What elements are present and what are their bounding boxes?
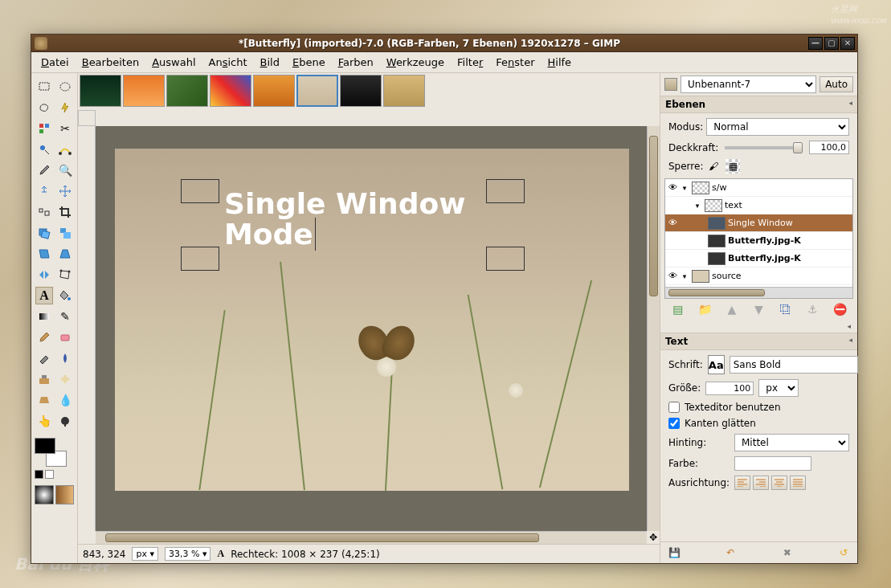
paths-tool[interactable] <box>56 141 74 158</box>
scissors-tool[interactable]: ✂ <box>56 120 74 137</box>
pattern-preview[interactable] <box>55 485 75 504</box>
lasso-tool[interactable] <box>35 99 53 116</box>
image-tab-4[interactable] <box>210 75 251 107</box>
menu-ebene[interactable]: Ebene <box>286 54 332 71</box>
menu-bearbeiten[interactable]: Bearbeiten <box>76 54 145 71</box>
align-left-button[interactable] <box>734 476 750 490</box>
image-selector[interactable]: Unbenannt-7 <box>681 76 816 93</box>
restore-options-icon[interactable]: ↶ <box>723 545 738 560</box>
menu-auswahl[interactable]: Auswahl <box>145 54 202 71</box>
bucket-fill-tool[interactable] <box>56 287 74 304</box>
size-unit-select[interactable]: px <box>758 379 799 397</box>
text-handle-br[interactable] <box>486 247 525 271</box>
ellipse-select-tool[interactable] <box>56 78 74 96</box>
cage-tool[interactable] <box>56 266 74 284</box>
nav-preview-icon[interactable]: ✥ <box>647 531 660 544</box>
zoom-tool[interactable]: 🔍 <box>56 161 74 179</box>
lower-layer-icon[interactable]: ▼ <box>750 302 766 316</box>
text-handle-tl[interactable] <box>181 179 219 203</box>
ink-tool[interactable] <box>56 349 74 367</box>
color-picker-tool[interactable] <box>35 161 53 179</box>
save-options-icon[interactable]: 💾 <box>667 545 681 560</box>
image-menu-icon[interactable] <box>664 78 677 91</box>
image-tab-6[interactable] <box>296 75 338 107</box>
close-button[interactable]: ✕ <box>840 37 855 50</box>
image-tab-1[interactable] <box>80 75 121 107</box>
image-tab-5[interactable] <box>253 75 295 107</box>
menu-werkzeuge[interactable]: Werkzeuge <box>380 54 451 71</box>
visibility-icon[interactable]: 👁 <box>665 271 680 281</box>
foreground-select-tool[interactable] <box>35 141 53 158</box>
opacity-input[interactable] <box>809 141 849 154</box>
heal-tool[interactable] <box>56 370 74 388</box>
image-tab-3[interactable] <box>166 75 208 107</box>
zoom-dropdown[interactable]: 33,3 % ▾ <box>165 547 210 561</box>
menu-ansicht[interactable]: Ansicht <box>202 54 254 71</box>
flip-tool[interactable] <box>35 266 53 284</box>
antialias-checkbox[interactable] <box>668 418 680 429</box>
crop-tool[interactable] <box>56 203 74 221</box>
use-editor-checkbox[interactable] <box>668 402 680 413</box>
smudge-tool[interactable]: 👆 <box>35 412 53 430</box>
visibility-icon[interactable]: 👁 <box>665 182 680 193</box>
blur-tool[interactable]: 💧 <box>56 391 74 409</box>
canvas-viewport[interactable]: Single WindowMode <box>96 126 647 531</box>
rotate-tool[interactable] <box>35 224 53 242</box>
image-tab-7[interactable] <box>340 75 382 107</box>
align-justify-button[interactable] <box>790 476 806 490</box>
move-tool[interactable] <box>56 182 74 200</box>
menu-fenster[interactable]: Fenster <box>489 54 541 71</box>
font-name-input[interactable] <box>730 356 858 374</box>
menu-hilfe[interactable]: Hilfe <box>542 54 578 71</box>
align-right-button[interactable] <box>753 476 769 490</box>
visibility-icon[interactable]: 👁 <box>665 218 680 228</box>
layers-panel-collapse-icon[interactable]: ◂ <box>847 322 851 330</box>
menu-datei[interactable]: Datei <box>35 54 76 71</box>
maximize-button[interactable]: ▢ <box>824 37 839 50</box>
pencil-tool[interactable]: ✎ <box>56 308 74 325</box>
font-picker-button[interactable]: Aa <box>708 355 725 374</box>
delete-options-icon[interactable]: ✖ <box>780 545 795 560</box>
raise-layer-icon[interactable]: ▲ <box>724 302 740 316</box>
shear-tool[interactable] <box>35 245 53 263</box>
text-panel-menu-icon[interactable]: ◂ <box>848 336 852 347</box>
scale-tool[interactable] <box>56 224 74 242</box>
canvas-text-layer[interactable]: Single WindowMode <box>224 189 465 250</box>
duplicate-layer-icon[interactable]: ⿻ <box>778 302 794 316</box>
image-tab-8[interactable] <box>383 75 425 107</box>
eraser-tool[interactable] <box>56 329 74 346</box>
horizontal-scrollbar[interactable] <box>96 531 647 544</box>
minimize-button[interactable]: — <box>808 37 823 50</box>
delete-layer-icon[interactable]: ⛔ <box>832 302 848 316</box>
rect-select-tool[interactable] <box>35 78 53 96</box>
lock-pixels-icon[interactable]: 🖌 <box>706 159 721 174</box>
menu-bild[interactable]: Bild <box>254 54 286 71</box>
new-group-icon[interactable]: 📁 <box>697 302 713 316</box>
layer-list-scrollbar[interactable] <box>665 287 852 298</box>
dodge-burn-tool[interactable] <box>56 412 74 430</box>
perspective-tool[interactable] <box>56 245 74 263</box>
text-handle-bl[interactable] <box>181 247 219 271</box>
layer-list[interactable]: 👁▾s/w ▾text 👁Single Window Butterfly.jpg… <box>664 178 853 299</box>
font-size-input[interactable] <box>705 382 754 395</box>
text-color-well[interactable] <box>734 456 811 471</box>
lock-alpha-icon[interactable]: ▦ <box>725 159 740 174</box>
vertical-ruler[interactable] <box>78 126 96 531</box>
measure-tool[interactable] <box>35 182 53 200</box>
perspective-clone-tool[interactable] <box>35 391 53 409</box>
opacity-slider[interactable] <box>725 146 803 149</box>
mini-swap-icon[interactable] <box>35 470 43 479</box>
paintbrush-tool[interactable] <box>35 329 53 346</box>
auto-button[interactable]: Auto <box>819 76 853 92</box>
align-center-button[interactable] <box>771 476 787 490</box>
airbrush-tool[interactable] <box>35 349 53 367</box>
text-tool[interactable]: A <box>35 287 53 304</box>
fg-color-swatch[interactable] <box>35 438 55 454</box>
image-tab-2[interactable] <box>123 75 165 107</box>
vertical-scrollbar[interactable] <box>647 126 660 531</box>
unit-dropdown[interactable]: px ▾ <box>132 547 158 561</box>
fuzzy-select-tool[interactable] <box>56 99 74 116</box>
reset-options-icon[interactable]: ↺ <box>836 545 851 560</box>
menu-filter[interactable]: Filter <box>451 54 489 71</box>
mini-default-icon[interactable] <box>45 470 54 479</box>
